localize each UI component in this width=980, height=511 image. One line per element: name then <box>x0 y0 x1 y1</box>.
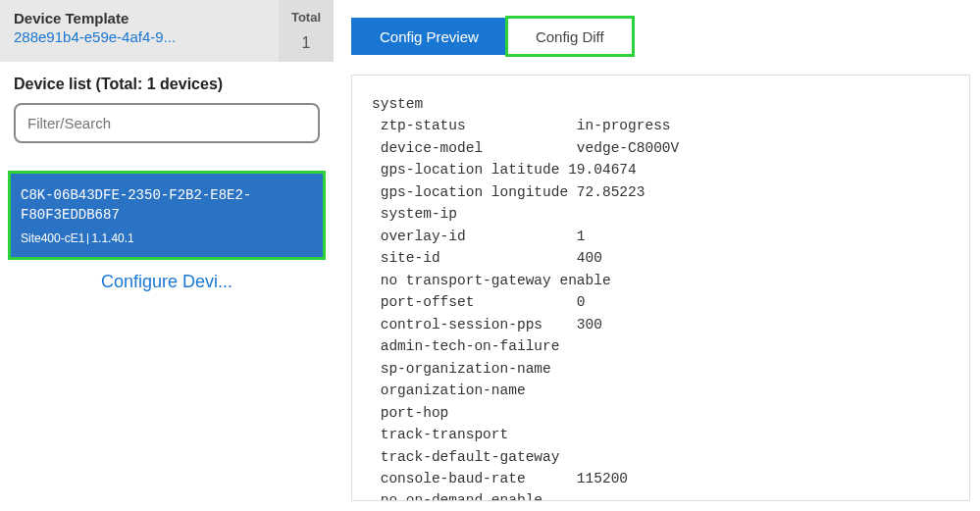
template-total-label: Total <box>291 10 321 25</box>
device-ip: 1.1.40.1 <box>91 231 133 245</box>
configure-devices-link[interactable]: Configure Devi... <box>0 268 334 296</box>
device-name: Site400-cE1 <box>21 231 84 245</box>
template-id-link[interactable]: 288e91b4-e59e-4af4-9... <box>14 28 239 45</box>
device-subinfo: Site400-cE11.1.40.1 <box>21 231 313 245</box>
tabs: Config Preview Config Diff <box>351 18 970 55</box>
device-list-section: Device list (Total: 1 devices) <box>0 62 334 153</box>
template-total-value: 1 <box>302 34 311 52</box>
right-panel: Config Preview Config Diff system ztp-st… <box>334 0 980 511</box>
device-id: C8K-06B43DFE-2350-F2B2-E8E2- F80F3EDDB68… <box>21 185 313 226</box>
left-panel: Device Template 288e91b4-e59e-4af4-9... … <box>0 0 334 511</box>
device-id-line1: C8K-06B43DFE-2350-F2B2-E8E2- <box>21 187 251 203</box>
template-header: Device Template 288e91b4-e59e-4af4-9... … <box>0 0 334 62</box>
template-info: Device Template 288e91b4-e59e-4af4-9... <box>0 0 279 62</box>
tab-config-diff[interactable]: Config Diff <box>507 18 633 55</box>
config-output: system ztp-status in-progress device-mod… <box>351 75 970 501</box>
device-id-line2: F80F3EDDB687 <box>21 207 120 223</box>
device-list-item[interactable]: C8K-06B43DFE-2350-F2B2-E8E2- F80F3EDDB68… <box>8 171 326 260</box>
tab-config-preview[interactable]: Config Preview <box>351 18 507 55</box>
filter-search-input[interactable] <box>14 103 320 143</box>
device-list-title: Device list (Total: 1 devices) <box>14 76 320 93</box>
template-total: Total 1 <box>279 0 334 62</box>
template-label: Device Template <box>14 10 265 26</box>
